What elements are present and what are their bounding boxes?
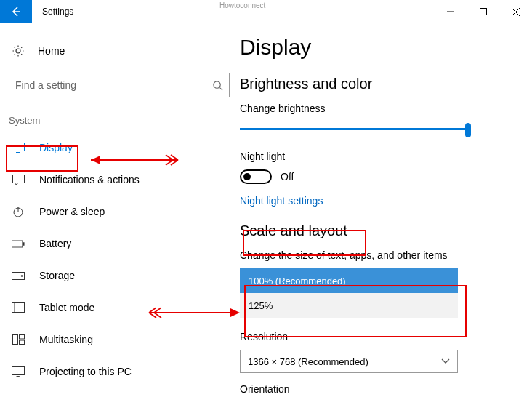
- svg-rect-11: [12, 241, 22, 247]
- section-brightness: Brightness and color: [240, 76, 512, 92]
- watermark-text: Howtoconnect: [219, 1, 265, 9]
- search-input[interactable]: Find a setting: [9, 73, 230, 97]
- back-button[interactable]: [0, 0, 32, 23]
- search-icon: [212, 80, 223, 91]
- monitor-icon: [12, 143, 25, 153]
- annotation-arrow-2: [145, 305, 247, 320]
- brightness-slider[interactable]: [240, 121, 469, 137]
- sidebar-item-label: Display: [39, 142, 73, 153]
- scale-option-100[interactable]: 100% (Recommended): [240, 268, 458, 293]
- svg-rect-8: [12, 175, 24, 183]
- svg-marker-24: [230, 308, 240, 317]
- search-placeholder: Find a setting: [15, 79, 76, 91]
- svg-rect-20: [12, 366, 25, 374]
- tablet-icon: [12, 302, 25, 313]
- sidebar-item-label: Multitasking: [39, 334, 93, 345]
- toggle-knob: [243, 173, 251, 180]
- gear-icon: [12, 44, 25, 57]
- orientation-label: Orientation: [240, 383, 512, 395]
- svg-rect-6: [12, 143, 25, 151]
- sidebar-item-label: Notifications & actions: [39, 174, 140, 185]
- scale-dropdown-open[interactable]: 100% (Recommended) 125%: [240, 268, 458, 318]
- chat-icon: [12, 175, 25, 185]
- svg-line-5: [219, 87, 222, 90]
- close-icon: [512, 8, 520, 16]
- resolution-dropdown[interactable]: 1366 × 768 (Recommended): [240, 350, 458, 373]
- main-panel: Display Brightness and color Change brig…: [240, 23, 532, 413]
- sidebar-item-label: Storage: [39, 270, 75, 281]
- sidebar-item-storage[interactable]: Storage: [6, 260, 234, 292]
- maximize-icon: [480, 8, 487, 15]
- scale-label: Change the size of text, apps, and other…: [240, 249, 512, 261]
- back-arrow-icon: [10, 6, 22, 17]
- slider-thumb[interactable]: [465, 123, 471, 137]
- multitask-icon: [12, 334, 25, 345]
- titlebar: Settings: [0, 0, 532, 23]
- sidebar-section-label: System: [6, 111, 234, 132]
- nightlight-label: Night light: [240, 151, 512, 162]
- svg-point-14: [21, 275, 23, 277]
- maximize-button[interactable]: [467, 0, 499, 23]
- power-icon: [12, 206, 25, 217]
- slider-track: [240, 128, 469, 130]
- drive-icon: [12, 272, 25, 280]
- sidebar-item-battery[interactable]: Battery: [6, 228, 234, 260]
- sidebar-item-label: Power & sleep: [39, 206, 105, 217]
- sidebar-item-projecting[interactable]: Projecting to this PC: [6, 356, 234, 388]
- svg-marker-22: [91, 156, 100, 164]
- nightlight-state: Off: [281, 171, 294, 183]
- minimize-button[interactable]: [434, 0, 467, 23]
- scale-option-125[interactable]: 125%: [240, 293, 458, 318]
- brightness-label: Change brightness: [240, 103, 512, 114]
- svg-rect-17: [12, 335, 17, 345]
- svg-rect-12: [23, 242, 24, 246]
- page-title: Display: [240, 35, 512, 60]
- sidebar-item-notifications[interactable]: Notifications & actions: [6, 164, 234, 196]
- svg-rect-15: [12, 303, 25, 313]
- close-button[interactable]: [499, 0, 532, 23]
- nightlight-settings-link[interactable]: Night light settings: [240, 195, 323, 206]
- sidebar-home[interactable]: Home: [6, 36, 234, 65]
- sidebar-item-label: Battery: [39, 238, 71, 249]
- svg-rect-1: [480, 9, 486, 15]
- sidebar: Home Find a setting System Display Notif…: [0, 23, 240, 413]
- nightlight-toggle[interactable]: [240, 169, 272, 184]
- battery-icon: [12, 240, 25, 248]
- svg-rect-19: [19, 340, 24, 345]
- sidebar-item-power[interactable]: Power & sleep: [6, 196, 234, 228]
- sidebar-item-label: Tablet mode: [39, 302, 94, 313]
- svg-rect-18: [19, 335, 24, 340]
- annotation-arrow-1: [80, 153, 182, 167]
- section-scale: Scale and layout: [240, 222, 512, 239]
- project-icon: [12, 366, 25, 377]
- resolution-value: 1366 × 768 (Recommended): [248, 356, 368, 367]
- minimize-icon: [447, 8, 454, 15]
- svg-point-4: [214, 81, 220, 87]
- sidebar-item-label: Projecting to this PC: [39, 366, 132, 377]
- sidebar-item-multitasking[interactable]: Multitasking: [6, 324, 234, 356]
- window-controls: [434, 0, 532, 23]
- chevron-down-icon: [441, 358, 450, 364]
- sidebar-home-label: Home: [38, 45, 65, 57]
- resolution-label: Resolution: [240, 331, 512, 342]
